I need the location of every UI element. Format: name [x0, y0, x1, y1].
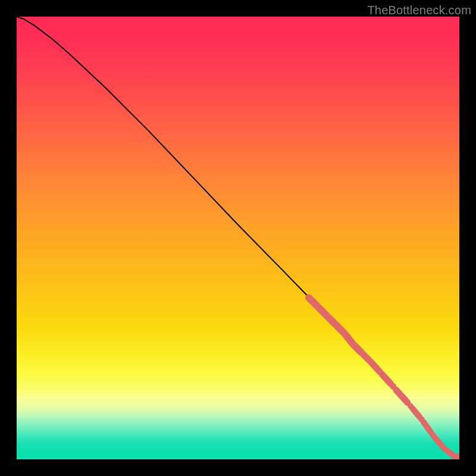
marker-dot: [314, 303, 321, 310]
marker-dot: [332, 321, 339, 328]
chart-container: TheBottleneck.com: [0, 0, 476, 476]
marker-segment: [346, 335, 352, 342]
marker-dot: [359, 350, 365, 356]
marker-dot: [408, 403, 414, 409]
plot-area: [17, 17, 459, 459]
marker-dot: [390, 383, 396, 390]
marker-dot: [305, 294, 312, 301]
marker-dot: [441, 445, 447, 451]
marker-segment: [413, 409, 420, 417]
marker-dot: [341, 330, 348, 337]
marker-dot: [349, 341, 356, 348]
chart-svg: [17, 17, 459, 459]
marker-segment: [435, 437, 442, 446]
marker-dot: [419, 416, 425, 422]
marker-segment: [396, 390, 408, 402]
marker-segment: [424, 422, 431, 433]
marker-dot: [430, 432, 436, 438]
chart-line: [17, 17, 459, 457]
chart-markers: [305, 294, 459, 459]
marker-segment: [372, 364, 378, 369]
marker-segment: [382, 374, 390, 384]
marker-dot: [323, 312, 330, 319]
marker-dot: [368, 359, 374, 365]
marker-dot: [377, 368, 383, 375]
marker-segment: [446, 450, 453, 455]
attribution-text: TheBottleneck.com: [367, 4, 471, 17]
marker-segment: [364, 355, 369, 361]
